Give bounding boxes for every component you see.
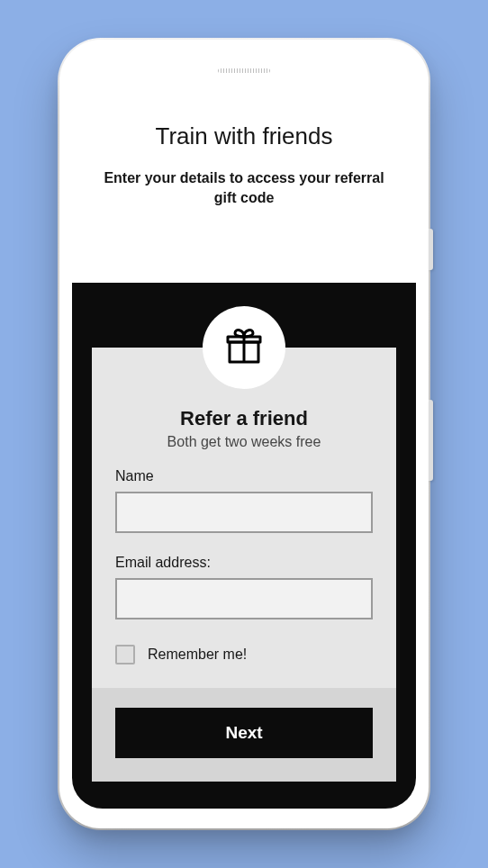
side-button-top (429, 229, 433, 270)
remember-row: Remember me! (115, 645, 373, 665)
gift-icon-circle (203, 306, 285, 389)
screen: Train with friends Enter your details to… (72, 83, 416, 809)
remember-label: Remember me! (148, 646, 247, 663)
card-footer: Next (92, 688, 396, 782)
gift-icon (222, 324, 266, 371)
email-input[interactable] (115, 578, 373, 619)
remember-checkbox[interactable] (115, 645, 135, 665)
name-label: Name (115, 468, 373, 484)
card-subtitle: Both get two weeks free (115, 434, 373, 450)
next-button[interactable]: Next (115, 708, 373, 758)
page-title: Train with friends (94, 122, 394, 150)
name-input[interactable] (115, 492, 373, 533)
email-label: Email address: (115, 555, 373, 571)
page-subtitle: Enter your details to access your referr… (94, 168, 394, 209)
speaker-grille (218, 68, 270, 73)
dark-section: Refer a friend Both get two weeks free N… (72, 283, 416, 809)
referral-card: Refer a friend Both get two weeks free N… (92, 348, 396, 782)
card-title: Refer a friend (115, 407, 373, 430)
referral-form: Name Email address: Remember me! (115, 468, 373, 688)
header: Train with friends Enter your details to… (72, 83, 416, 234)
side-button-bottom (429, 400, 433, 481)
phone-mockup: Train with friends Enter your details to… (59, 40, 429, 828)
